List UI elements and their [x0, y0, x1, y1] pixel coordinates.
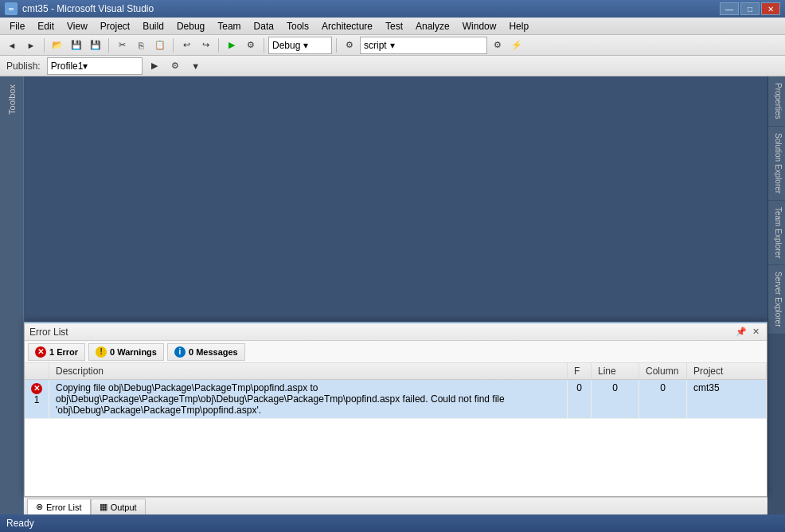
- error-row-number: 1: [34, 394, 40, 405]
- toolbar-save-all[interactable]: 💾: [87, 37, 104, 54]
- main-toolbar: ◄ ► 📂 💾 💾 ✂ ⎘ 📋 ↩ ↪ ▶ ⚙ Debug ▾ ⚙ script…: [0, 35, 785, 56]
- col-header-desc: Description: [49, 363, 568, 380]
- bottom-tabs: ⊗ Error List ▦ Output: [24, 497, 767, 514]
- menu-window[interactable]: Window: [456, 18, 503, 34]
- toolbar-paste[interactable]: 📋: [151, 37, 169, 54]
- toolbar-copy[interactable]: ⎘: [132, 37, 150, 54]
- menu-view[interactable]: View: [61, 18, 94, 34]
- main-area: Toolbox Properties Solution Explorer Tea…: [0, 76, 785, 514]
- menu-tools[interactable]: Tools: [280, 18, 315, 34]
- menu-file[interactable]: File: [3, 18, 31, 34]
- title-buttons: — □ ✕: [720, 2, 780, 15]
- error-row-desc: Copying file obj\Debug\Package\PackageTm…: [49, 380, 568, 419]
- col-header-f: F: [568, 363, 592, 380]
- toolbar-fwd[interactable]: ►: [22, 37, 40, 54]
- message-filter-button[interactable]: i 0 Messages: [167, 343, 245, 361]
- menu-debug[interactable]: Debug: [170, 18, 211, 34]
- error-count-label: 1 Error: [49, 347, 78, 357]
- menu-analyze[interactable]: Analyze: [409, 18, 456, 34]
- publish-run-btn[interactable]: ▶: [146, 57, 163, 75]
- toolbox-label: Toolbox: [6, 81, 18, 118]
- message-count-label: 0 Messages: [189, 347, 238, 357]
- publish-settings-btn[interactable]: ⚙: [166, 57, 184, 75]
- toolbar-sep4: [218, 38, 219, 53]
- output-tab[interactable]: ▦ Output: [91, 499, 146, 514]
- error-list-tab[interactable]: ⊗ Error List: [27, 499, 91, 514]
- col-header-num: [25, 363, 49, 380]
- error-panel-header: Error List 📌 ✕: [25, 323, 767, 341]
- toolbar-undo[interactable]: ↩: [178, 37, 195, 54]
- error-badge-icon: ✕: [35, 346, 46, 358]
- error-list-tab-label: Error List: [46, 503, 82, 512]
- publish-bar: Publish: Profile1 ▾ ▶ ⚙ ▼: [0, 56, 785, 76]
- toolbar-cut[interactable]: ✂: [113, 37, 131, 54]
- error-panel-title: Error List: [29, 327, 68, 338]
- error-filter-bar: ✕ 1 Error ! 0 Warnings i 0 Messages: [25, 341, 767, 363]
- toolbox-panel: Toolbox: [0, 76, 24, 514]
- toolbar-extra1[interactable]: ⚙: [489, 37, 506, 54]
- error-table-container[interactable]: Description F Line Column Project ✕ 1 Co…: [25, 363, 767, 475]
- menu-data[interactable]: Data: [248, 18, 280, 34]
- menu-build[interactable]: Build: [136, 18, 170, 34]
- properties-panel-tab[interactable]: Properties: [768, 76, 785, 127]
- error-row-num: ✕ 1: [25, 380, 49, 419]
- col-header-line: Line: [592, 363, 639, 380]
- panel-header-buttons: 📌 ✕: [735, 327, 762, 338]
- col-header-project: Project: [687, 363, 767, 380]
- toolbar-sep1: [44, 38, 45, 53]
- toolbar-extra2[interactable]: ⚡: [508, 37, 525, 54]
- error-row-line: 0: [592, 380, 639, 419]
- panel-close-button[interactable]: ✕: [749, 327, 762, 338]
- right-panels: Properties Solution Explorer Team Explor…: [767, 76, 785, 514]
- toolbar-sep3: [173, 38, 174, 53]
- restore-button[interactable]: □: [740, 2, 760, 15]
- error-panel: Error List 📌 ✕ ✕ 1 Error ! 0 Warnings i …: [24, 322, 767, 497]
- script-dropdown[interactable]: script ▾: [360, 37, 487, 54]
- pin-button[interactable]: 📌: [735, 327, 748, 338]
- toolbar-attach[interactable]: ⚙: [242, 37, 260, 54]
- error-row-column: 0: [639, 380, 687, 419]
- server-explorer-tab[interactable]: Server Explorer: [768, 265, 785, 334]
- toolbar-redo[interactable]: ↪: [197, 37, 214, 54]
- status-text: Ready: [6, 518, 34, 529]
- title-bar: ∞ cmt35 - Microsoft Visual Studio — □ ✕: [0, 0, 785, 18]
- output-tab-label: Output: [111, 503, 137, 512]
- toolbar-save[interactable]: 💾: [68, 37, 85, 54]
- menu-project[interactable]: Project: [94, 18, 136, 34]
- menu-help[interactable]: Help: [502, 18, 535, 34]
- toolbar-open[interactable]: 📂: [49, 37, 66, 54]
- error-list-tab-icon: ⊗: [36, 502, 43, 512]
- error-row-f: 0: [568, 380, 592, 419]
- menu-test[interactable]: Test: [379, 18, 409, 34]
- toolbar-run[interactable]: ▶: [223, 37, 240, 54]
- warning-filter-button[interactable]: ! 0 Warnings: [88, 343, 164, 361]
- minimize-button[interactable]: —: [720, 2, 739, 15]
- app-icon: ∞: [5, 2, 18, 15]
- error-filter-button[interactable]: ✕ 1 Error: [28, 343, 85, 361]
- toolbar-sep6: [336, 38, 337, 53]
- solution-explorer-tab[interactable]: Solution Explorer: [768, 127, 785, 201]
- warning-badge-icon: !: [96, 346, 107, 358]
- error-row-icon: ✕: [31, 383, 42, 394]
- menu-team[interactable]: Team: [211, 18, 247, 34]
- menu-edit[interactable]: Edit: [31, 18, 61, 34]
- team-explorer-tab[interactable]: Team Explorer: [768, 201, 785, 265]
- close-button[interactable]: ✕: [761, 2, 780, 15]
- warning-count-label: 0 Warnings: [110, 347, 157, 357]
- publish-extra-btn[interactable]: ▼: [187, 57, 205, 75]
- error-table: Description F Line Column Project ✕ 1 Co…: [25, 363, 767, 419]
- debug-config-dropdown[interactable]: Debug ▾: [268, 37, 332, 54]
- menu-bar: File Edit View Project Build Debug Team …: [0, 18, 785, 35]
- toolbar-sep5: [264, 38, 264, 53]
- table-row[interactable]: ✕ 1 Copying file obj\Debug\Package\Packa…: [25, 380, 767, 419]
- col-header-column: Column: [639, 363, 687, 380]
- status-bar: Ready: [0, 514, 785, 532]
- toolbar-back[interactable]: ◄: [3, 37, 21, 54]
- output-tab-icon: ▦: [100, 502, 107, 512]
- toolbar-config-btn[interactable]: ⚙: [341, 37, 358, 54]
- publish-label: Publish:: [3, 61, 44, 72]
- menu-architecture[interactable]: Architecture: [315, 18, 379, 34]
- publish-profile-dropdown[interactable]: Profile1 ▾: [47, 57, 143, 75]
- window-title: cmt35 - Microsoft Visual Studio: [22, 3, 154, 14]
- toolbar-sep2: [108, 38, 109, 53]
